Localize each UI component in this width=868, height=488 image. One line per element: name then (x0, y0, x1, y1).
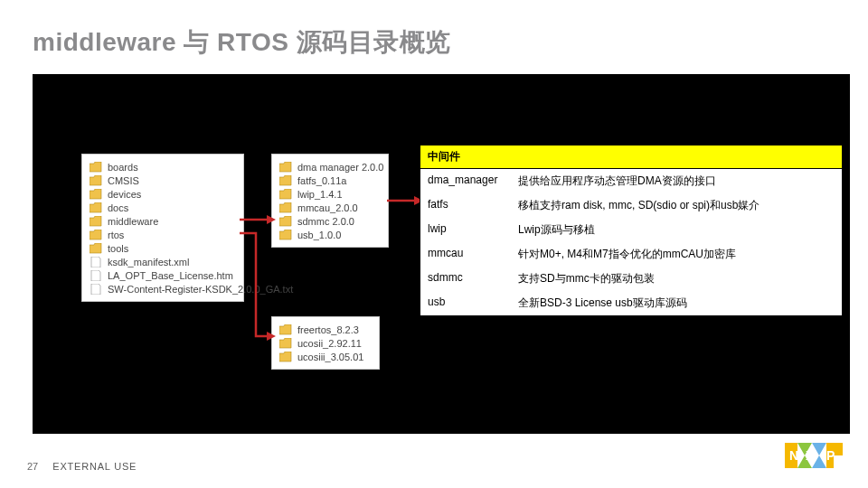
list-item: devices (90, 187, 236, 201)
mw-desc: Lwip源码与移植 (511, 218, 842, 242)
folder-icon (279, 338, 292, 349)
table-row: sdmmc支持SD与mmc卡的驱动包装 (420, 267, 842, 291)
mw-desc: 提供给应用程序动态管理DMA资源的接口 (511, 169, 842, 193)
file-name: middleware (108, 216, 158, 227)
table-row: dma_manager提供给应用程序动态管理DMA资源的接口 (420, 169, 842, 193)
list-item: usb_1.0.0 (279, 228, 381, 241)
svg-marker-1 (267, 215, 276, 224)
arrow-middleware (240, 213, 276, 226)
marking: EXTERNAL USE (52, 461, 137, 472)
file-name: ucosiii_3.05.01 (297, 352, 363, 362)
file-name: docs (108, 202, 128, 213)
list-item: tools (90, 241, 236, 255)
footer: 27 EXTERNAL USE (27, 461, 137, 472)
folder-icon (279, 230, 292, 240)
table-row: usb全新BSD-3 License usb驱动库源码 (420, 291, 842, 315)
file-name: fatfs_0.11a (297, 175, 346, 186)
list-item: ucosii_2.92.11 (279, 336, 372, 350)
list-item: mmcau_2.0.0 (279, 201, 381, 214)
list-item: dma manager 2.0.0 (279, 160, 381, 174)
list-item: SW-Content-Register-KSDK_2.0.0_GA.txt (90, 282, 236, 296)
file-name: freertos_8.2.3 (297, 324, 359, 335)
file-name: ucosii_2.92.11 (297, 338, 362, 349)
txt-file-icon (90, 284, 102, 295)
svg-marker-7 (812, 443, 826, 468)
list-item: docs (90, 201, 236, 214)
folder-icon (279, 175, 292, 186)
mw-desc: 全新BSD-3 License usb驱动库源码 (511, 291, 842, 315)
folder-icon (279, 189, 292, 200)
folder-icon (90, 230, 102, 240)
file-name: devices (108, 189, 141, 200)
folder-icon (90, 175, 102, 186)
file-name: lwip_1.4.1 (297, 189, 343, 200)
middleware-file-listing: dma manager 2.0.0fatfs_0.11alwip_1.4.1mm… (271, 154, 389, 248)
list-item: CMSIS (90, 174, 236, 187)
slide-title: middleware 与 RTOS 源码目录概览 (33, 25, 451, 60)
folder-icon (279, 162, 292, 173)
file-name: CMSIS (108, 175, 139, 186)
file-name: mmcau_2.0.0 (297, 202, 358, 213)
arrow-rtos (240, 228, 278, 345)
file-name: ksdk_manifest.xml (108, 257, 189, 267)
folder-icon (90, 202, 102, 213)
svg-marker-2 (267, 332, 276, 341)
mw-desc: 支持SD与mmc卡的驱动包装 (511, 267, 842, 291)
list-item: middleware (90, 214, 236, 228)
list-item: LA_OPT_Base_License.htm (90, 268, 236, 282)
arrow-to-table (387, 194, 423, 207)
file-name: usb_1.0.0 (297, 230, 341, 240)
middleware-table: 中间件 dma_manager提供给应用程序动态管理DMA资源的接口fatfs移… (420, 145, 843, 316)
folder-icon (90, 189, 102, 200)
table-row: fatfs移植支持ram disk, mmc, SD(sdio or spi)和… (420, 193, 842, 218)
page-number: 27 (27, 461, 38, 472)
slide: middleware 与 RTOS 源码目录概览 boardsCMSISdevi… (0, 0, 868, 488)
list-item: ucosiii_3.05.01 (279, 350, 372, 363)
middleware-table-header: 中间件 (420, 145, 842, 169)
folder-icon (279, 324, 292, 335)
mw-name: mmcau (420, 242, 511, 267)
folder-icon (90, 216, 102, 227)
list-item: sdmmc 2.0.0 (279, 214, 381, 228)
mw-desc: 移植支持ram disk, mmc, SD(sdio or spi)和usb媒介 (511, 193, 842, 218)
svg-text:P: P (826, 448, 835, 463)
mw-name: sdmmc (420, 267, 511, 291)
folder-icon (279, 202, 292, 213)
file-name: dma manager 2.0.0 (297, 162, 383, 173)
mw-name: usb (420, 291, 511, 315)
htm-file-icon (90, 270, 102, 281)
table-row: lwipLwip源码与移植 (420, 218, 842, 242)
main-file-listing: boardsCMSISdevicesdocsmiddlewarertostool… (81, 154, 244, 302)
folder-icon (90, 162, 102, 173)
list-item: ksdk_manifest.xml (90, 255, 236, 268)
svg-text:N: N (789, 448, 798, 463)
table-row: mmcau针对M0+, M4和M7指令优化的mmCAU加密库 (420, 242, 842, 267)
file-name: rtos (108, 230, 124, 240)
list-item: fatfs_0.11a (279, 174, 381, 187)
svg-text:X: X (806, 448, 815, 463)
folder-icon (279, 216, 292, 227)
folder-icon (90, 243, 102, 254)
list-item: freertos_8.2.3 (279, 323, 372, 336)
mw-name: lwip (420, 218, 511, 242)
folder-icon (279, 352, 292, 362)
mw-name: dma_manager (420, 169, 511, 193)
list-item: rtos (90, 228, 236, 241)
nxp-logo: N X P (785, 437, 843, 474)
file-name: boards (108, 162, 138, 173)
list-item: lwip_1.4.1 (279, 187, 381, 201)
file-name: LA_OPT_Base_License.htm (108, 270, 233, 281)
list-item: boards (90, 160, 236, 174)
xml-file-icon (90, 257, 102, 267)
file-name: tools (108, 243, 128, 254)
mw-desc: 针对M0+, M4和M7指令优化的mmCAU加密库 (511, 242, 842, 267)
mw-name: fatfs (420, 193, 511, 218)
rtos-file-listing: freertos_8.2.3ucosii_2.92.11ucosiii_3.05… (271, 316, 380, 370)
file-name: sdmmc 2.0.0 (297, 216, 354, 227)
